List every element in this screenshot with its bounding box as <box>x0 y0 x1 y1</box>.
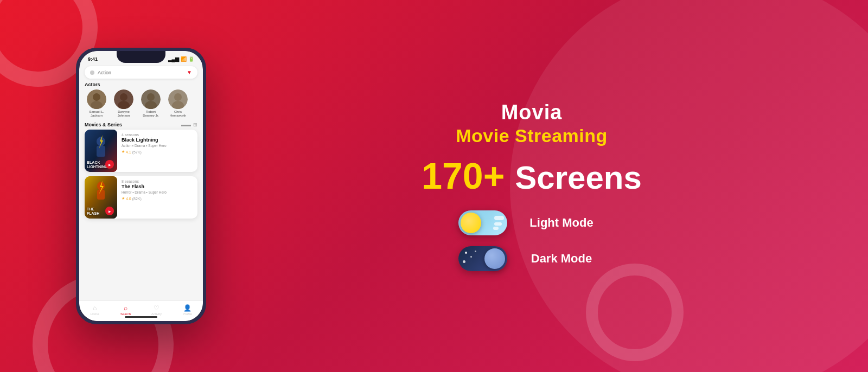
cloud-shape-1 <box>494 216 504 220</box>
signal-icon: ▂▄▆ <box>168 56 179 62</box>
grid-view-icon[interactable]: ⊞ <box>193 122 197 127</box>
phone-frame: 9:41 ▂▄▆ 📶 🔋 Action ▼ Actors <box>76 48 206 324</box>
right-content: Movia Movie Streaming 170+ Screens Light… <box>250 101 835 271</box>
battery-icon: 🔋 <box>188 56 194 62</box>
poster-text-1: BLACKLIGHTNING <box>87 161 108 169</box>
actor-item[interactable]: Samuel L.Jackson <box>85 89 108 118</box>
actors-row: Samuel L.Jackson DwayneJohnson <box>79 89 203 122</box>
svg-point-7 <box>147 93 155 101</box>
nav-home-label: Home <box>90 312 99 316</box>
svg-rect-14 <box>97 146 105 157</box>
nav-search[interactable]: ⌕ Search <box>110 304 141 316</box>
toggle-thumb-light <box>461 213 481 233</box>
nav-activity-label: Activity <box>151 312 162 316</box>
rating-value-2: 4.0 <box>126 197 131 201</box>
cloud-shape-3 <box>493 227 499 230</box>
actor-item[interactable]: DwayneJohnson <box>112 89 136 118</box>
movie-card-black-lightning[interactable]: BLACKLIGHTNING ▶ 4 seasons Black Lightni… <box>85 130 197 172</box>
toggle-thumb-dark <box>484 248 505 269</box>
actor-avatar-1 <box>87 89 106 109</box>
movie-poster-2: THEFLASH ▶ <box>85 176 117 219</box>
poster-text-2: THEFLASH <box>87 207 99 215</box>
profile-icon: 👤 <box>183 304 192 312</box>
nav-search-label: Search <box>120 312 131 316</box>
movie-tags-2: Horror • Drama • Super Hero <box>122 190 193 194</box>
star-icon-1: ★ <box>122 150 125 154</box>
wifi-icon: 📶 <box>181 56 187 62</box>
search-bar[interactable]: Action ▼ <box>85 66 197 79</box>
screens-count: 170+ Screens <box>422 157 642 194</box>
star-icon-2: ★ <box>122 196 125 201</box>
phone-notch <box>117 51 165 63</box>
nav-home[interactable]: ⌂ Home <box>79 304 110 316</box>
toggles-section: Light Mode Dark Mode <box>458 210 605 271</box>
light-mode-row: Light Mode <box>458 210 605 235</box>
search-icon <box>90 70 94 75</box>
home-icon: ⌂ <box>93 304 97 312</box>
light-mode-label: Light Mode <box>518 216 605 230</box>
movie-card-the-flash[interactable]: THEFLASH ▶ 8 seasons The Flash Horror • … <box>85 176 197 219</box>
dark-mode-row: Dark Mode <box>458 246 605 271</box>
dark-mode-label: Dark Mode <box>518 252 605 266</box>
movie-info-1: 4 seasons Black Lightning Action • Drama… <box>117 130 197 172</box>
main-container: 9:41 ▂▄▆ 📶 🔋 Action ▼ Actors <box>0 0 868 372</box>
svg-rect-18 <box>97 190 105 200</box>
nav-activity[interactable]: ♡ Activity <box>141 304 172 316</box>
brand-title: Movia <box>501 101 563 124</box>
nav-profile-label: Profile <box>183 312 192 316</box>
actor-item[interactable]: ChrisHemsworth <box>166 89 190 118</box>
home-indicator <box>125 316 157 318</box>
rating-count-1: (57K) <box>132 150 142 154</box>
actor-name-1: Samuel L.Jackson <box>89 110 104 118</box>
star-1 <box>465 252 467 254</box>
status-time: 9:41 <box>88 56 98 62</box>
phone-screen: 9:41 ▂▄▆ 📶 🔋 Action ▼ Actors <box>79 51 203 321</box>
nav-profile[interactable]: 👤 Profile <box>172 304 203 316</box>
cloud-shape-2 <box>494 222 502 226</box>
actor-avatar-2 <box>114 89 133 109</box>
search-nav-icon: ⌕ <box>124 304 127 312</box>
search-input[interactable]: Action <box>98 70 187 75</box>
svg-point-10 <box>174 93 182 101</box>
star-2 <box>470 256 472 258</box>
movie-tags-1: Action • Drama • Super Hero <box>122 144 193 147</box>
activity-icon: ♡ <box>154 304 159 312</box>
actor-avatar-3 <box>141 89 161 109</box>
light-mode-toggle[interactable] <box>458 210 507 235</box>
movie-rating-1: ★ 4.1 (57K) <box>122 150 193 154</box>
movie-seasons-1: 4 seasons <box>122 133 193 137</box>
list-view-icon[interactable]: ▬▬ <box>181 122 191 127</box>
actors-section-label: Actors <box>79 82 203 89</box>
movie-info-2: 8 seasons The Flash Horror • Drama • Sup… <box>117 176 197 219</box>
actor-name-3: RobertDowney Jr. <box>143 110 159 118</box>
view-toggle-icons[interactable]: ▬▬ ⊞ <box>181 122 197 127</box>
movie-poster-1: BLACKLIGHTNING ▶ <box>85 130 117 172</box>
movie-rating-2: ★ 4.0 (82K) <box>122 196 193 201</box>
movies-header: Movies & Series ▬▬ ⊞ <box>79 122 203 130</box>
rating-value-1: 4.1 <box>126 150 131 154</box>
dark-mode-toggle[interactable] <box>458 246 507 271</box>
movie-seasons-2: 8 seasons <box>122 179 193 183</box>
svg-point-4 <box>120 93 127 101</box>
bottom-nav: ⌂ Home ⌕ Search ♡ Activity 👤 Profile <box>79 300 203 321</box>
filter-icon[interactable]: ▼ <box>187 69 192 75</box>
actor-item[interactable]: RobertDowney Jr. <box>139 89 163 118</box>
status-icons: ▂▄▆ 📶 🔋 <box>168 56 194 62</box>
movie-title-1: Black Lightning <box>122 137 193 143</box>
svg-point-1 <box>93 93 100 101</box>
screens-label: Screens <box>515 159 642 196</box>
star-3 <box>463 260 465 263</box>
rating-count-2: (82K) <box>132 197 142 201</box>
screens-number: 170+ <box>422 155 505 196</box>
movie-title-2: The Flash <box>122 184 193 189</box>
brand-subtitle: Movie Streaming <box>456 125 608 146</box>
phone-mockup: 9:41 ▂▄▆ 📶 🔋 Action ▼ Actors <box>76 48 206 324</box>
movies-section-label: Movies & Series <box>85 122 122 127</box>
actor-name-4: ChrisHemsworth <box>170 110 186 118</box>
star-4 <box>475 251 476 252</box>
actor-avatar-4 <box>168 89 188 109</box>
actor-name-2: DwayneJohnson <box>118 110 130 118</box>
